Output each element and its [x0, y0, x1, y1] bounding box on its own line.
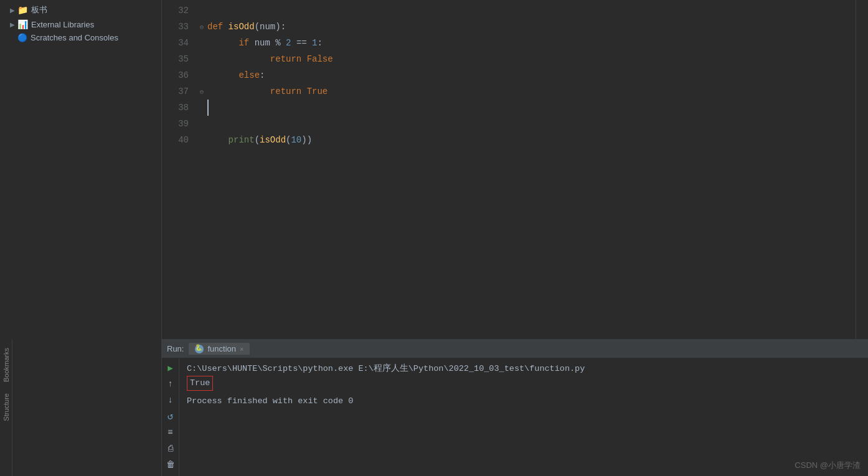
punctuation: (: [286, 132, 291, 148]
keyword-return: return: [270, 83, 301, 100]
boolean-false: False: [307, 51, 333, 67]
line-number: 37: [162, 83, 189, 100]
line-number: 32: [162, 2, 189, 19]
bookmarks-tab-label[interactable]: Bookmarks: [1, 343, 11, 387]
folder-icon: 📁: [17, 5, 28, 15]
sidebar-item-label: External Libraries: [31, 20, 94, 29]
number: 10: [291, 132, 301, 148]
run-rerun-button[interactable]: ↺: [164, 409, 177, 423]
builtin-print: print: [229, 132, 255, 148]
number: 1: [307, 35, 318, 51]
run-panel-body: ▶ ↑ ↓ ↺ ≡ ⎙ 🗑 C:\Users\HUNTE\Scripts\pyt…: [162, 358, 868, 476]
run-up-button[interactable]: ↑: [164, 377, 177, 391]
close-tab-button[interactable]: ×: [240, 345, 243, 353]
run-panel: Run: function × ▶ ↑ ↓ ↺ ≡ ⎙ 🗑: [162, 339, 868, 476]
line-numbers: 32 33 34 35 36 37 38 39 40: [162, 0, 196, 339]
fold-gutter: ⊖ ⊖: [196, 0, 207, 339]
parameter: num: [260, 19, 275, 35]
number: 2: [281, 35, 296, 51]
code-line-40: print(isOdd(10)): [207, 132, 868, 148]
run-label: Run:: [167, 344, 184, 353]
punctuation: (: [255, 132, 260, 148]
expand-arrow-icon: ▶: [10, 21, 15, 28]
code-line-39: [207, 116, 868, 132]
punctuation: ):: [275, 19, 286, 35]
operator: ==: [296, 35, 307, 51]
run-down-button[interactable]: ↓: [164, 393, 177, 407]
run-toolbar: ▶ ↑ ↓ ↺ ≡ ⎙ 🗑: [162, 358, 179, 476]
punctuation: )): [301, 132, 312, 148]
project-sidebar: ▶ 📁 板书 ▶ 📊 External Libraries 🔵 Scratche…: [0, 0, 162, 476]
code-line-32: [207, 2, 868, 19]
fold-button[interactable]: ⊖: [200, 23, 204, 31]
keyword-return: return: [270, 51, 301, 67]
sidebar-item-shuben[interactable]: ▶ 📁 板书: [0, 2, 161, 17]
punctuation: (: [255, 19, 260, 35]
sidebar-item-scratches[interactable]: 🔵 Scratches and Consoles: [0, 31, 161, 44]
console-exit-message: Process finished with exit code 0: [187, 394, 861, 408]
console-result: True: [187, 376, 213, 391]
punctuation: :: [318, 35, 323, 51]
keyword-def: def: [207, 19, 229, 35]
sidebar-item-label: 板书: [31, 4, 47, 16]
function-name: isOdd: [260, 132, 286, 148]
console-result-line: True: [187, 376, 861, 391]
function-name: isOdd: [229, 19, 255, 35]
scratch-icon: 🔵: [17, 33, 27, 42]
run-trash-button[interactable]: 🗑: [164, 458, 177, 472]
right-sidebar: [856, 0, 868, 339]
console-output: C:\Users\HUNTE\Scripts\python.exe E:\程序人…: [179, 358, 868, 476]
code-line-36: else:: [207, 67, 868, 83]
line-number: 34: [162, 35, 189, 51]
run-wrap-button[interactable]: ≡: [164, 426, 177, 439]
fold-button[interactable]: ⊖: [200, 88, 204, 96]
boolean-true: True: [307, 83, 328, 100]
code-line-33: def isOdd(num):: [207, 19, 868, 35]
punctuation: :: [260, 67, 265, 83]
code-line-35: return False: [207, 51, 868, 67]
line-number: 36: [162, 67, 189, 83]
code-content[interactable]: def isOdd(num): if num % 2 == 1: return …: [207, 0, 868, 339]
code-line-37: return True: [207, 83, 868, 100]
sidebar-item-label: Scratches and Consoles: [31, 33, 118, 42]
variable: num: [249, 35, 275, 51]
operator: %: [275, 35, 280, 51]
keyword-if: if: [238, 35, 249, 51]
library-icon: 📊: [17, 19, 28, 29]
line-number: 40: [162, 132, 189, 148]
code-line-34: if num % 2 == 1:: [207, 35, 868, 51]
sidebar-item-external-libs[interactable]: ▶ 📊 External Libraries: [0, 17, 161, 31]
line-number: 35: [162, 51, 189, 67]
watermark: CSDN @小唐学渣: [795, 460, 861, 471]
line-number: 39: [162, 116, 189, 132]
expand-arrow-icon: ▶: [10, 7, 15, 14]
left-panel-tabs: Bookmarks Structure: [0, 339, 12, 476]
run-play-button[interactable]: ▶: [164, 361, 177, 375]
run-print-button[interactable]: ⎙: [164, 442, 177, 455]
line-number: 38: [162, 100, 189, 116]
line-number: 33: [162, 19, 189, 35]
console-command-line: C:\Users\HUNTE\Scripts\python.exe E:\程序人…: [187, 362, 861, 376]
keyword-else: else: [238, 67, 260, 83]
run-tab-function[interactable]: function ×: [189, 343, 250, 355]
run-tab-name: function: [207, 344, 236, 353]
structure-tab-label[interactable]: Structure: [1, 388, 11, 426]
run-tabs-bar: Run: function ×: [162, 340, 868, 358]
text-cursor: [207, 100, 214, 116]
code-editor: 32 33 34 35 36 37 38 39 40 ⊖ ⊖: [162, 0, 868, 339]
code-line-38: [207, 100, 868, 116]
python-icon: [195, 345, 204, 353]
